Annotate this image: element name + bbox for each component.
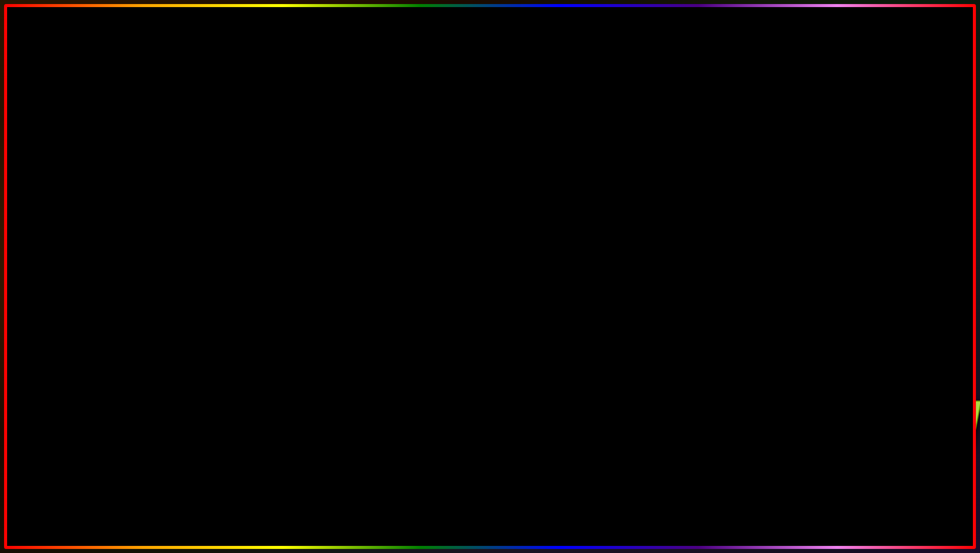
farm-type-row[interactable]: 🔲 Select Farm Type - Above (197, 196, 299, 206)
nav-credits[interactable]: Credits (149, 279, 189, 290)
auto-farm-section: \\ Auto Farm // × (191, 225, 253, 232)
auto-farm-level-noquest-row: Auto Farm Level (No Quest) (61, 181, 188, 186)
new-world-dot[interactable] (245, 254, 251, 260)
sword-row[interactable]: Sword < (255, 233, 316, 241)
zen-nav-raid-label: Raid (687, 289, 698, 294)
zen-auto-farm-label-container: 🎭 | Auto Farm (726, 243, 765, 250)
nav-config[interactable]: • Config • (85, 151, 110, 158)
bottom-pastebin: PASTEBIN (651, 386, 980, 462)
nav-farming[interactable]: • Farming • (113, 151, 142, 158)
zen-nav-main[interactable]: Main (672, 227, 717, 241)
sh-nav-teleport[interactable]: 📍 Teleport (677, 177, 722, 189)
refresh-weapon-btn[interactable]: Refresh Weapon (197, 185, 244, 194)
zen-logo: 🎭 (676, 215, 684, 223)
skill-z-toggle[interactable] (300, 289, 314, 296)
auto-farm-close[interactable]: × (248, 226, 251, 231)
zen-avatar-main (676, 230, 685, 239)
sword-label: Sword (257, 234, 271, 240)
zen-avatar-raid (676, 287, 685, 296)
sh-nav-main-label: Main (687, 155, 699, 161)
with-quest-label: With Quest (193, 245, 218, 251)
sh-auto-new-world-row: Auto New World (728, 179, 923, 190)
zen-nav-more[interactable]: ... (672, 315, 717, 329)
essentials-close[interactable]: × (248, 307, 251, 313)
nav-home[interactable]: • Home • (59, 151, 83, 158)
with-quest-dot[interactable] (245, 245, 251, 251)
nav-shop[interactable]: • Shop • (211, 151, 234, 158)
farm-level-label: Auto Farm Level (193, 235, 231, 241)
distance-value[interactable]: 6 (302, 252, 314, 259)
zen-nav-sea-monster[interactable]: Sea Monster (672, 298, 717, 315)
bottom-auto-farm: AUTO FARM (0, 386, 389, 538)
zen-nav-teleport[interactable]: Teleport (672, 270, 717, 284)
skill-x-dot[interactable] (308, 299, 314, 305)
select-monster-row[interactable]: 🔲 Select Monster (61, 199, 188, 209)
nav-general[interactable]: General (149, 226, 189, 236)
nav-ra[interactable]: • Ra (236, 151, 249, 158)
blue-window: X7 Project ✏ − × General Automatics Play… (147, 211, 320, 345)
select-weapon-row[interactable]: 🔲 Select Weapon - Muramasa (197, 173, 299, 183)
nav-devil-fruit[interactable]: Devil Fruit (149, 258, 189, 268)
zen-nav-raid[interactable]: Raid (672, 284, 717, 298)
auto-farm-boss-label: Auto Farm Boss (193, 272, 230, 278)
zen-nav-stat[interactable]: Stat (672, 256, 717, 270)
auto-farm-level-quest-label: Auto Farm Level (Quest) (69, 173, 124, 179)
sh-auto-farm-checkbox[interactable]: ✓ (913, 164, 923, 174)
auto-farm-all-boss-dot[interactable] (245, 281, 251, 287)
farm-level-toggle[interactable] (237, 234, 251, 241)
select-bosses-row[interactable]: Select Bosses < (191, 289, 253, 296)
zen-auto-farm-checkbox[interactable] (911, 242, 920, 250)
zen-new-world-logo: 🎭 (726, 257, 733, 264)
sh-nav-monster-label: Monster (691, 204, 711, 210)
misc-close[interactable]: × (311, 261, 314, 267)
stats-icon: 📊 (681, 167, 689, 174)
boss-section: \\ Auto Farm Boss // (191, 262, 253, 269)
sh-nav-teleport-label: Teleport (691, 180, 710, 186)
bottom-text-container: AUTO FARM SCRIPT PASTEBIN (0, 386, 980, 538)
auto-farm-all-boss-label: Auto Farm All Boss (193, 281, 237, 287)
sh-nav-main[interactable]: ⌂ Main (677, 152, 722, 164)
sh-nav-monster[interactable]: 👾 Monster (677, 201, 722, 213)
speed-hub-nav: ⌂ Main 📊 Stats 📍 Teleport ⚔ Raid 👾 Monst… (677, 150, 723, 219)
zen-skill-z-checkbox[interactable] (911, 282, 920, 290)
nav-miscellaneous[interactable]: Miscellaneous (149, 268, 189, 279)
select-monster-noquest-checkbox[interactable] (61, 219, 67, 224)
auto-haki-toggle[interactable] (300, 270, 314, 277)
auto-farm-boss-dot[interactable] (245, 271, 251, 278)
zen-nav-main-label: Main (687, 232, 698, 237)
main-farming-title: || Main Farming -|| (61, 164, 188, 170)
zen-section-title: Main (724, 229, 922, 238)
blue-main-content: \\ Auto Farm // × Auto Farm Level With Q… (189, 223, 318, 341)
farm-type-label: 🔲 Select Farm Type - Above (200, 198, 266, 204)
sh-nav-raid[interactable]: ⚔ Raid (677, 189, 722, 201)
close-button[interactable]: × (308, 214, 315, 221)
skill-c-dot[interactable] (308, 308, 314, 314)
zen-nav-main2[interactable]: Main 2 (672, 241, 717, 256)
nav-players[interactable]: Players (149, 247, 189, 258)
sh-nav-stats[interactable]: 📊 Stats (677, 164, 722, 177)
blue-right-col: \\ Settings // Sword < Behind < Distance… (255, 225, 316, 339)
nav-teleport[interactable]: • Teleport • (181, 151, 209, 158)
behind-row[interactable]: Behind < (255, 242, 316, 250)
zen-title-text: Zen Hub : King Legacy (688, 216, 744, 222)
nav-stat-player[interactable]: • Stat Player • (144, 151, 179, 158)
sh-auto-new-world-checkbox[interactable] (913, 180, 923, 189)
sh-nav-raid-label: Raid (689, 192, 700, 198)
speed-hub-content: Main Auto Farm Auto Farm ✓ Auto New Worl… (723, 150, 928, 219)
zen-avatar-main2 (676, 244, 685, 253)
config-left-title: ||--Config Left--|| (197, 164, 299, 170)
edit-button[interactable]: ✏ (290, 214, 297, 221)
nav-automatics[interactable]: Automatics (149, 236, 189, 247)
select-monster-quest-checkbox[interactable] (61, 212, 67, 217)
with-quest-row: With Quest (191, 244, 253, 252)
misc-section: \\ Misc // × (255, 260, 316, 268)
minimize-button[interactable]: − (299, 214, 306, 221)
behind-arrow: < (311, 243, 314, 249)
zen-auto-new-world-checkbox[interactable] (911, 257, 920, 265)
zen-auto-farm-label: | Auto Farm (736, 243, 765, 249)
home-icon: ⌂ (681, 155, 684, 162)
distance-row-blue: Distance 6 (255, 251, 316, 260)
auto-farm-level-noquest-checkbox[interactable] (61, 181, 67, 186)
auto-farm-level-quest-checkbox[interactable] (61, 174, 67, 179)
green-window-titlebar: Windows - King Legacy [New World] (57, 139, 303, 149)
